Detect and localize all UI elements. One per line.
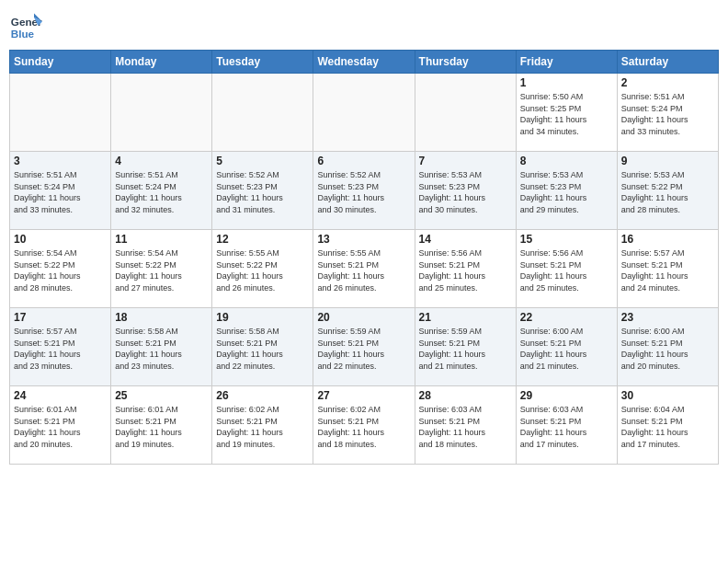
day-number: 26 (216, 389, 309, 402)
calendar-cell: 2Sunrise: 5:51 AM Sunset: 5:24 PM Daylig… (617, 74, 718, 152)
calendar-cell: 10Sunrise: 5:54 AM Sunset: 5:22 PM Dayli… (10, 230, 111, 308)
calendar-table: SundayMondayTuesdayWednesdayThursdayFrid… (9, 50, 719, 465)
calendar-cell: 19Sunrise: 5:58 AM Sunset: 5:21 PM Dayli… (212, 308, 313, 386)
day-info: Sunrise: 5:52 AM Sunset: 5:23 PM Dayligh… (317, 169, 410, 215)
week-row-1: 1Sunrise: 5:50 AM Sunset: 5:25 PM Daylig… (10, 74, 719, 152)
day-number: 15 (520, 233, 613, 246)
day-info: Sunrise: 5:55 AM Sunset: 5:22 PM Dayligh… (216, 247, 309, 293)
day-number: 11 (115, 233, 208, 246)
day-number: 18 (115, 311, 208, 324)
day-info: Sunrise: 5:52 AM Sunset: 5:23 PM Dayligh… (216, 169, 309, 215)
week-row-5: 24Sunrise: 6:01 AM Sunset: 5:21 PM Dayli… (10, 386, 719, 465)
day-info: Sunrise: 6:03 AM Sunset: 5:21 PM Dayligh… (520, 404, 613, 450)
week-row-4: 17Sunrise: 5:57 AM Sunset: 5:21 PM Dayli… (10, 308, 719, 386)
day-number: 19 (216, 311, 309, 324)
calendar-cell: 22Sunrise: 6:00 AM Sunset: 5:21 PM Dayli… (516, 308, 617, 386)
day-number: 24 (14, 389, 107, 402)
calendar-cell: 4Sunrise: 5:51 AM Sunset: 5:24 PM Daylig… (111, 152, 212, 230)
day-info: Sunrise: 5:50 AM Sunset: 5:25 PM Dayligh… (520, 91, 613, 137)
calendar-cell: 26Sunrise: 6:02 AM Sunset: 5:21 PM Dayli… (212, 386, 313, 465)
day-info: Sunrise: 6:03 AM Sunset: 5:21 PM Dayligh… (419, 404, 512, 450)
day-info: Sunrise: 5:53 AM Sunset: 5:23 PM Dayligh… (419, 169, 512, 215)
week-row-3: 10Sunrise: 5:54 AM Sunset: 5:22 PM Dayli… (10, 230, 719, 308)
calendar-cell: 3Sunrise: 5:51 AM Sunset: 5:24 PM Daylig… (10, 152, 111, 230)
calendar-cell: 8Sunrise: 5:53 AM Sunset: 5:23 PM Daylig… (516, 152, 617, 230)
day-info: Sunrise: 6:01 AM Sunset: 5:21 PM Dayligh… (115, 404, 208, 450)
day-info: Sunrise: 5:57 AM Sunset: 5:21 PM Dayligh… (621, 247, 714, 293)
day-number: 29 (520, 389, 613, 402)
day-info: Sunrise: 5:55 AM Sunset: 5:21 PM Dayligh… (317, 247, 410, 293)
day-number: 5 (216, 155, 309, 167)
calendar-cell: 23Sunrise: 6:00 AM Sunset: 5:21 PM Dayli… (617, 308, 718, 386)
weekday-header-tuesday: Tuesday (212, 51, 313, 74)
day-number: 23 (621, 311, 714, 324)
calendar-cell: 18Sunrise: 5:58 AM Sunset: 5:21 PM Dayli… (111, 308, 212, 386)
weekday-header-sunday: Sunday (10, 51, 111, 74)
weekday-header-thursday: Thursday (415, 51, 516, 74)
calendar-cell: 16Sunrise: 5:57 AM Sunset: 5:21 PM Dayli… (617, 230, 718, 308)
calendar-cell: 14Sunrise: 5:56 AM Sunset: 5:21 PM Dayli… (415, 230, 516, 308)
logo-icon: General Blue (9, 9, 42, 42)
calendar-cell: 9Sunrise: 5:53 AM Sunset: 5:22 PM Daylig… (617, 152, 718, 230)
day-number: 28 (419, 389, 512, 402)
page-header: General Blue (9, 9, 719, 42)
day-number: 22 (520, 311, 613, 324)
day-number: 1 (520, 76, 613, 89)
calendar-cell: 24Sunrise: 6:01 AM Sunset: 5:21 PM Dayli… (10, 386, 111, 465)
calendar-cell: 25Sunrise: 6:01 AM Sunset: 5:21 PM Dayli… (111, 386, 212, 465)
day-number: 6 (317, 155, 410, 167)
calendar-cell: 15Sunrise: 5:56 AM Sunset: 5:21 PM Dayli… (516, 230, 617, 308)
calendar-cell (415, 74, 516, 152)
calendar-cell (313, 74, 415, 152)
calendar-cell: 20Sunrise: 5:59 AM Sunset: 5:21 PM Dayli… (313, 308, 415, 386)
day-info: Sunrise: 6:00 AM Sunset: 5:21 PM Dayligh… (621, 326, 714, 372)
day-number: 14 (419, 233, 512, 246)
week-row-2: 3Sunrise: 5:51 AM Sunset: 5:24 PM Daylig… (10, 152, 719, 230)
calendar-cell: 13Sunrise: 5:55 AM Sunset: 5:21 PM Dayli… (313, 230, 415, 308)
day-number: 7 (419, 155, 512, 167)
svg-text:Blue: Blue (11, 28, 35, 40)
day-number: 20 (317, 311, 410, 324)
day-number: 4 (115, 155, 208, 167)
day-info: Sunrise: 5:56 AM Sunset: 5:21 PM Dayligh… (520, 247, 613, 293)
calendar-cell: 12Sunrise: 5:55 AM Sunset: 5:22 PM Dayli… (212, 230, 313, 308)
day-info: Sunrise: 5:58 AM Sunset: 5:21 PM Dayligh… (115, 326, 208, 372)
calendar-cell: 27Sunrise: 6:02 AM Sunset: 5:21 PM Dayli… (313, 386, 415, 465)
day-info: Sunrise: 6:01 AM Sunset: 5:21 PM Dayligh… (14, 404, 107, 450)
day-info: Sunrise: 5:59 AM Sunset: 5:21 PM Dayligh… (317, 326, 410, 372)
calendar-cell: 17Sunrise: 5:57 AM Sunset: 5:21 PM Dayli… (10, 308, 111, 386)
calendar-cell: 7Sunrise: 5:53 AM Sunset: 5:23 PM Daylig… (415, 152, 516, 230)
day-number: 10 (14, 233, 107, 246)
calendar-cell: 28Sunrise: 6:03 AM Sunset: 5:21 PM Dayli… (415, 386, 516, 465)
weekday-header-friday: Friday (516, 51, 617, 74)
day-number: 21 (419, 311, 512, 324)
logo: General Blue (9, 9, 42, 42)
day-info: Sunrise: 5:53 AM Sunset: 5:23 PM Dayligh… (520, 169, 613, 215)
calendar-cell: 11Sunrise: 5:54 AM Sunset: 5:22 PM Dayli… (111, 230, 212, 308)
day-number: 13 (317, 233, 410, 246)
calendar-cell (10, 74, 111, 152)
day-info: Sunrise: 5:53 AM Sunset: 5:22 PM Dayligh… (621, 169, 714, 215)
day-number: 16 (621, 233, 714, 246)
day-info: Sunrise: 5:54 AM Sunset: 5:22 PM Dayligh… (115, 247, 208, 293)
day-info: Sunrise: 5:51 AM Sunset: 5:24 PM Dayligh… (14, 169, 107, 215)
calendar-cell: 5Sunrise: 5:52 AM Sunset: 5:23 PM Daylig… (212, 152, 313, 230)
day-number: 8 (520, 155, 613, 167)
day-number: 17 (14, 311, 107, 324)
calendar-cell: 29Sunrise: 6:03 AM Sunset: 5:21 PM Dayli… (516, 386, 617, 465)
day-number: 3 (14, 155, 107, 167)
weekday-header-monday: Monday (111, 51, 212, 74)
weekday-header-wednesday: Wednesday (313, 51, 415, 74)
calendar-cell (212, 74, 313, 152)
day-info: Sunrise: 6:02 AM Sunset: 5:21 PM Dayligh… (317, 404, 410, 450)
calendar-cell: 21Sunrise: 5:59 AM Sunset: 5:21 PM Dayli… (415, 308, 516, 386)
weekday-header-row: SundayMondayTuesdayWednesdayThursdayFrid… (10, 51, 719, 74)
calendar-cell: 1Sunrise: 5:50 AM Sunset: 5:25 PM Daylig… (516, 74, 617, 152)
day-info: Sunrise: 5:58 AM Sunset: 5:21 PM Dayligh… (216, 326, 309, 372)
day-info: Sunrise: 6:02 AM Sunset: 5:21 PM Dayligh… (216, 404, 309, 450)
day-number: 27 (317, 389, 410, 402)
day-number: 12 (216, 233, 309, 246)
day-info: Sunrise: 5:59 AM Sunset: 5:21 PM Dayligh… (419, 326, 512, 372)
calendar-cell: 6Sunrise: 5:52 AM Sunset: 5:23 PM Daylig… (313, 152, 415, 230)
day-info: Sunrise: 5:51 AM Sunset: 5:24 PM Dayligh… (621, 91, 714, 137)
